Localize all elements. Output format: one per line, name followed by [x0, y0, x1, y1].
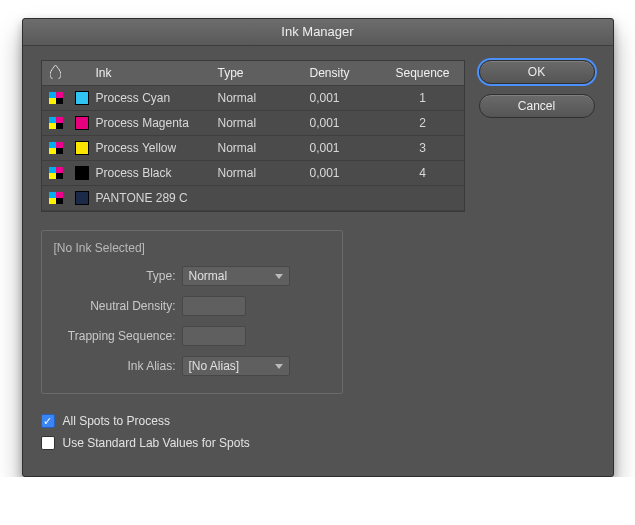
lab-values-checkbox[interactable] — [41, 436, 55, 450]
chevron-down-icon — [275, 274, 283, 279]
ink-name: Process Magenta — [94, 116, 218, 130]
trapping-sequence-input[interactable] — [182, 326, 246, 346]
ink-name: PANTONE 289 C — [94, 191, 218, 205]
ink-type: Normal — [218, 141, 310, 155]
ink-swatch — [70, 91, 94, 105]
ink-alias-select[interactable]: [No Alias] — [182, 356, 290, 376]
table-row[interactable]: Process MagentaNormal0,0012 — [42, 111, 464, 136]
ink-swatch — [70, 141, 94, 155]
ink-detail-group: [No Ink Selected] Type: Normal Neutral D… — [41, 230, 343, 394]
header-type[interactable]: Type — [218, 66, 310, 80]
cmyk-icon — [42, 117, 70, 129]
header-ink[interactable]: Ink — [94, 66, 218, 80]
neutral-density-input[interactable] — [182, 296, 246, 316]
ink-swatch — [70, 116, 94, 130]
header-sequence[interactable]: Sequence — [382, 66, 464, 80]
ink-type: Normal — [218, 116, 310, 130]
all-spots-checkbox[interactable]: ✓ — [41, 414, 55, 428]
ink-name: Process Yellow — [94, 141, 218, 155]
table-row[interactable]: Process YellowNormal0,0013 — [42, 136, 464, 161]
cmyk-icon — [42, 167, 70, 179]
table-row[interactable]: Process CyanNormal0,0011 — [42, 86, 464, 111]
ink-density: 0,001 — [310, 116, 382, 130]
cmyk-icon — [42, 92, 70, 104]
ink-alias-label: Ink Alias: — [54, 359, 182, 373]
type-select[interactable]: Normal — [182, 266, 290, 286]
neutral-density-label: Neutral Density: — [54, 299, 182, 313]
ink-swatch — [70, 166, 94, 180]
ink-density: 0,001 — [310, 91, 382, 105]
droplet-icon — [42, 65, 70, 82]
chevron-down-icon — [275, 364, 283, 369]
dialog-title: Ink Manager — [23, 19, 613, 46]
detail-legend: [No Ink Selected] — [54, 241, 330, 255]
ink-type: Normal — [218, 91, 310, 105]
ink-density: 0,001 — [310, 141, 382, 155]
inks-table: Ink Type Density Sequence Process CyanNo… — [41, 60, 465, 212]
table-row[interactable]: Process BlackNormal0,0014 — [42, 161, 464, 186]
cmyk-icon — [42, 142, 70, 154]
cmyk-icon — [42, 192, 70, 204]
header-density[interactable]: Density — [310, 66, 382, 80]
ink-manager-dialog: Ink Manager Ink Type Density Sequence Pr… — [22, 18, 614, 477]
ink-swatch — [70, 191, 94, 205]
ink-sequence: 3 — [382, 141, 464, 155]
ok-button[interactable]: OK — [479, 60, 595, 84]
ink-sequence: 4 — [382, 166, 464, 180]
all-spots-label: All Spots to Process — [63, 414, 170, 428]
table-header: Ink Type Density Sequence — [42, 61, 464, 86]
ink-name: Process Black — [94, 166, 218, 180]
table-row[interactable]: PANTONE 289 C — [42, 186, 464, 211]
cancel-button[interactable]: Cancel — [479, 94, 595, 118]
ink-sequence: 1 — [382, 91, 464, 105]
ink-density: 0,001 — [310, 166, 382, 180]
lab-values-label: Use Standard Lab Values for Spots — [63, 436, 250, 450]
ink-name: Process Cyan — [94, 91, 218, 105]
trapping-sequence-label: Trapping Sequence: — [54, 329, 182, 343]
ink-sequence: 2 — [382, 116, 464, 130]
type-label: Type: — [54, 269, 182, 283]
ink-type: Normal — [218, 166, 310, 180]
